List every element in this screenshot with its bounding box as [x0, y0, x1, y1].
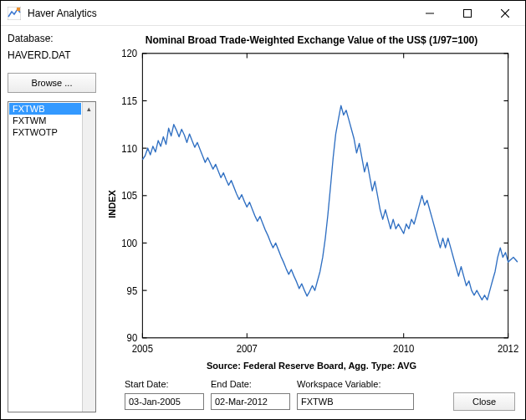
left-panel: Database: HAVERD.DAT Browse ... FXTWBFXT… — [8, 31, 96, 412]
svg-rect-3 — [463, 9, 471, 17]
svg-text:115: 115 — [121, 95, 137, 107]
start-date-label: Start Date: — [125, 379, 204, 389]
list-item[interactable]: FXTWM — [9, 115, 81, 126]
titlebar: Haver Analytics — [1, 1, 525, 26]
chart-title: Nominal Broad Trade-Weighted Exchange Va… — [105, 31, 518, 48]
content-area: Database: HAVERD.DAT Browse ... FXTWBFXT… — [1, 26, 525, 419]
database-value: HAVERD.DAT — [8, 49, 96, 61]
svg-text:120: 120 — [121, 48, 137, 59]
series-listbox[interactable]: FXTWBFXTWMFXTWOTP — [8, 102, 82, 412]
database-label: Database: — [8, 33, 96, 44]
svg-rect-6 — [142, 54, 508, 338]
form-row: Start Date: End Date: Workspace Variable… — [105, 377, 518, 412]
chart-area: INDEX 9095100105110115120200520072010201… — [105, 48, 518, 361]
app-icon — [8, 7, 21, 20]
list-item[interactable]: FXTWB — [9, 103, 81, 115]
window-title: Haver Analytics — [28, 8, 411, 19]
minimize-button[interactable] — [411, 2, 448, 25]
scroll-up-icon[interactable]: ▴ — [83, 102, 95, 115]
svg-text:2010: 2010 — [393, 342, 415, 355]
svg-text:100: 100 — [121, 237, 137, 249]
svg-text:2007: 2007 — [237, 342, 258, 355]
workspace-var-input[interactable] — [297, 393, 414, 410]
workspace-var-label: Workspace Variable: — [297, 379, 414, 389]
listbox-scrollbar[interactable]: ▴ — [82, 102, 95, 412]
right-panel: Nominal Broad Trade-Weighted Exchange Va… — [105, 31, 518, 412]
series-listbox-container: FXTWBFXTWMFXTWOTP ▴ — [8, 101, 96, 412]
svg-text:2005: 2005 — [132, 342, 154, 355]
start-date-input[interactable] — [125, 393, 204, 410]
list-item[interactable]: FXTWOTP — [9, 126, 81, 138]
svg-text:95: 95 — [127, 284, 138, 297]
chart-xlabel: Source: Federal Reserve Board, Agg. Type… — [105, 361, 518, 377]
chart-ylabel: INDEX — [107, 190, 117, 218]
svg-text:110: 110 — [121, 142, 137, 155]
chart-canvas: 90951001051101151202005200720102012 — [105, 48, 518, 361]
close-window-button[interactable] — [486, 2, 523, 25]
window-controls — [411, 2, 523, 25]
browse-button[interactable]: Browse ... — [8, 73, 96, 93]
end-date-input[interactable] — [211, 393, 290, 410]
end-date-label: End Date: — [211, 379, 290, 389]
maximize-button[interactable] — [448, 2, 486, 25]
svg-rect-1 — [17, 8, 20, 11]
svg-text:2012: 2012 — [498, 342, 518, 355]
close-button[interactable]: Close — [453, 392, 515, 411]
svg-text:105: 105 — [121, 190, 137, 202]
